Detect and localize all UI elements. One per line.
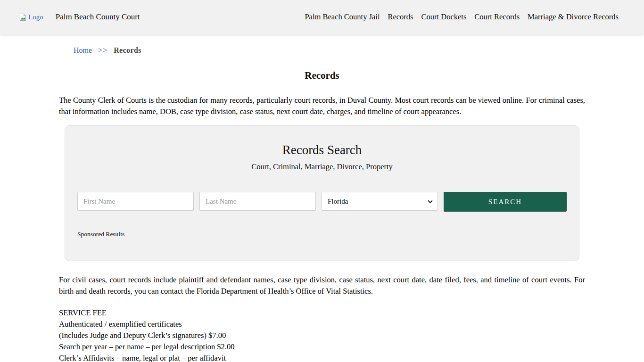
search-panel-title: Records Search <box>77 143 567 157</box>
search-button[interactable]: SEARCH <box>444 192 567 212</box>
search-panel-subtitle: Court, Criminal, Marriage, Divorce, Prop… <box>77 162 567 172</box>
last-name-input[interactable] <box>199 192 316 211</box>
search-form: Florida SEARCH <box>77 192 567 212</box>
service-fee-line: Authenticated / exemplified certificates <box>59 319 585 330</box>
records-search-panel: Records Search Court, Criminal, Marriage… <box>65 125 579 261</box>
logo-alt-text: Logo <box>28 13 43 21</box>
service-fee-line: Search per year – per name – per legal d… <box>59 341 585 353</box>
nav-item-court-records[interactable]: Court Records <box>474 12 520 22</box>
service-fee-line: Clerk’s Affidavits – name, legal or plat… <box>59 353 585 362</box>
civil-cases-paragraph: For civil cases, court records include p… <box>59 274 585 297</box>
first-name-field-wrap <box>77 192 194 212</box>
first-name-input[interactable] <box>77 192 194 211</box>
breadcrumb: Home >> Records <box>74 46 585 55</box>
last-name-field-wrap <box>199 192 316 212</box>
broken-image-icon <box>19 13 27 21</box>
site-header: Logo Palm Beach County Court Palm Beach … <box>0 0 644 34</box>
nav-item-records[interactable]: Records <box>388 12 413 22</box>
site-title: Palm Beach County Court <box>56 12 140 22</box>
state-select-wrap: Florida <box>322 192 438 212</box>
page-title: Records <box>59 70 585 82</box>
main-content: Home >> Records Records The County Clerk… <box>59 46 585 362</box>
nav-item-palm-beach-county-jail[interactable]: Palm Beach County Jail <box>305 12 380 22</box>
nav-item-court-dockets[interactable]: Court Dockets <box>421 12 467 22</box>
logo-link[interactable]: Logo <box>19 13 43 21</box>
nav-item-marriage-divorce-records[interactable]: Marriage & Divorce Records <box>528 12 619 22</box>
breadcrumb-separator: >> <box>98 46 107 54</box>
service-fee-line: (Includes Judge and Deputy Clerk’s signa… <box>59 330 585 341</box>
intro-paragraph: The County Clerk of Courts is the custod… <box>59 95 585 117</box>
breadcrumb-current: Records <box>114 46 141 54</box>
service-fees-heading: SERVICE FEE <box>59 307 585 319</box>
main-nav: Palm Beach County Jail Records Court Doc… <box>305 12 619 22</box>
state-select[interactable]: Florida <box>322 192 438 211</box>
sponsored-results-label: Sponsored Results <box>77 230 567 238</box>
breadcrumb-home-link[interactable]: Home <box>74 46 92 54</box>
service-fees-block: SERVICE FEE Authenticated / exemplified … <box>59 307 585 362</box>
